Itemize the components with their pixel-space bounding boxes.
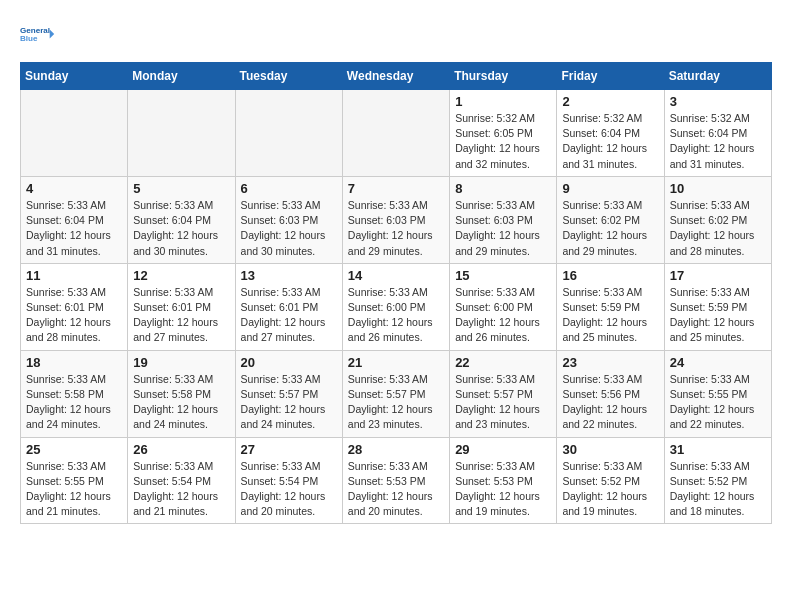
calendar-cell: 4Sunrise: 5:33 AM Sunset: 6:04 PM Daylig… — [21, 176, 128, 263]
day-number: 26 — [133, 442, 229, 457]
day-number: 29 — [455, 442, 551, 457]
day-info: Sunrise: 5:33 AM Sunset: 5:58 PM Dayligh… — [133, 372, 229, 433]
day-number: 10 — [670, 181, 766, 196]
calendar-cell: 6Sunrise: 5:33 AM Sunset: 6:03 PM Daylig… — [235, 176, 342, 263]
day-info: Sunrise: 5:33 AM Sunset: 6:04 PM Dayligh… — [26, 198, 122, 259]
calendar-cell: 14Sunrise: 5:33 AM Sunset: 6:00 PM Dayli… — [342, 263, 449, 350]
day-info: Sunrise: 5:33 AM Sunset: 5:59 PM Dayligh… — [670, 285, 766, 346]
day-info: Sunrise: 5:33 AM Sunset: 5:57 PM Dayligh… — [455, 372, 551, 433]
day-number: 13 — [241, 268, 337, 283]
day-number: 30 — [562, 442, 658, 457]
day-info: Sunrise: 5:32 AM Sunset: 6:04 PM Dayligh… — [562, 111, 658, 172]
day-info: Sunrise: 5:32 AM Sunset: 6:04 PM Dayligh… — [670, 111, 766, 172]
calendar-cell: 28Sunrise: 5:33 AM Sunset: 5:53 PM Dayli… — [342, 437, 449, 524]
calendar-cell — [128, 90, 235, 177]
day-number: 4 — [26, 181, 122, 196]
day-info: Sunrise: 5:33 AM Sunset: 5:54 PM Dayligh… — [133, 459, 229, 520]
day-number: 3 — [670, 94, 766, 109]
calendar-cell: 19Sunrise: 5:33 AM Sunset: 5:58 PM Dayli… — [128, 350, 235, 437]
day-number: 15 — [455, 268, 551, 283]
calendar-cell: 1Sunrise: 5:32 AM Sunset: 6:05 PM Daylig… — [450, 90, 557, 177]
header-thursday: Thursday — [450, 63, 557, 90]
day-info: Sunrise: 5:33 AM Sunset: 5:57 PM Dayligh… — [348, 372, 444, 433]
calendar-week-1: 1Sunrise: 5:32 AM Sunset: 6:05 PM Daylig… — [21, 90, 772, 177]
day-number: 23 — [562, 355, 658, 370]
day-info: Sunrise: 5:33 AM Sunset: 5:58 PM Dayligh… — [26, 372, 122, 433]
calendar-cell — [235, 90, 342, 177]
header-sunday: Sunday — [21, 63, 128, 90]
calendar-week-3: 11Sunrise: 5:33 AM Sunset: 6:01 PM Dayli… — [21, 263, 772, 350]
svg-text:Blue: Blue — [20, 34, 38, 43]
day-info: Sunrise: 5:33 AM Sunset: 5:52 PM Dayligh… — [562, 459, 658, 520]
calendar-cell: 30Sunrise: 5:33 AM Sunset: 5:52 PM Dayli… — [557, 437, 664, 524]
day-number: 5 — [133, 181, 229, 196]
day-number: 11 — [26, 268, 122, 283]
day-number: 20 — [241, 355, 337, 370]
day-info: Sunrise: 5:33 AM Sunset: 5:57 PM Dayligh… — [241, 372, 337, 433]
day-number: 8 — [455, 181, 551, 196]
calendar-week-5: 25Sunrise: 5:33 AM Sunset: 5:55 PM Dayli… — [21, 437, 772, 524]
day-number: 9 — [562, 181, 658, 196]
logo-svg: GeneralBlue — [20, 16, 56, 52]
day-number: 7 — [348, 181, 444, 196]
day-number: 6 — [241, 181, 337, 196]
calendar-table: SundayMondayTuesdayWednesdayThursdayFrid… — [20, 62, 772, 524]
day-number: 19 — [133, 355, 229, 370]
day-info: Sunrise: 5:33 AM Sunset: 5:59 PM Dayligh… — [562, 285, 658, 346]
day-info: Sunrise: 5:33 AM Sunset: 5:54 PM Dayligh… — [241, 459, 337, 520]
calendar-cell: 3Sunrise: 5:32 AM Sunset: 6:04 PM Daylig… — [664, 90, 771, 177]
day-number: 22 — [455, 355, 551, 370]
day-info: Sunrise: 5:33 AM Sunset: 5:55 PM Dayligh… — [26, 459, 122, 520]
calendar-cell: 16Sunrise: 5:33 AM Sunset: 5:59 PM Dayli… — [557, 263, 664, 350]
header-friday: Friday — [557, 63, 664, 90]
day-info: Sunrise: 5:33 AM Sunset: 6:00 PM Dayligh… — [455, 285, 551, 346]
day-info: Sunrise: 5:33 AM Sunset: 6:03 PM Dayligh… — [455, 198, 551, 259]
header-tuesday: Tuesday — [235, 63, 342, 90]
day-info: Sunrise: 5:33 AM Sunset: 5:53 PM Dayligh… — [455, 459, 551, 520]
day-info: Sunrise: 5:33 AM Sunset: 6:01 PM Dayligh… — [241, 285, 337, 346]
calendar-cell: 12Sunrise: 5:33 AM Sunset: 6:01 PM Dayli… — [128, 263, 235, 350]
day-info: Sunrise: 5:33 AM Sunset: 5:53 PM Dayligh… — [348, 459, 444, 520]
day-number: 14 — [348, 268, 444, 283]
day-info: Sunrise: 5:33 AM Sunset: 5:55 PM Dayligh… — [670, 372, 766, 433]
calendar-cell: 17Sunrise: 5:33 AM Sunset: 5:59 PM Dayli… — [664, 263, 771, 350]
day-info: Sunrise: 5:33 AM Sunset: 6:03 PM Dayligh… — [241, 198, 337, 259]
page: GeneralBlue SundayMondayTuesdayWednesday… — [0, 0, 792, 540]
calendar-cell: 21Sunrise: 5:33 AM Sunset: 5:57 PM Dayli… — [342, 350, 449, 437]
day-number: 21 — [348, 355, 444, 370]
day-number: 25 — [26, 442, 122, 457]
calendar-header-row: SundayMondayTuesdayWednesdayThursdayFrid… — [21, 63, 772, 90]
calendar-cell: 10Sunrise: 5:33 AM Sunset: 6:02 PM Dayli… — [664, 176, 771, 263]
day-info: Sunrise: 5:33 AM Sunset: 6:00 PM Dayligh… — [348, 285, 444, 346]
day-number: 12 — [133, 268, 229, 283]
day-number: 18 — [26, 355, 122, 370]
day-info: Sunrise: 5:33 AM Sunset: 6:02 PM Dayligh… — [670, 198, 766, 259]
day-number: 31 — [670, 442, 766, 457]
day-info: Sunrise: 5:33 AM Sunset: 6:03 PM Dayligh… — [348, 198, 444, 259]
calendar-cell: 5Sunrise: 5:33 AM Sunset: 6:04 PM Daylig… — [128, 176, 235, 263]
calendar-cell: 29Sunrise: 5:33 AM Sunset: 5:53 PM Dayli… — [450, 437, 557, 524]
svg-text:General: General — [20, 26, 50, 35]
calendar-week-4: 18Sunrise: 5:33 AM Sunset: 5:58 PM Dayli… — [21, 350, 772, 437]
calendar-cell: 11Sunrise: 5:33 AM Sunset: 6:01 PM Dayli… — [21, 263, 128, 350]
day-info: Sunrise: 5:33 AM Sunset: 6:01 PM Dayligh… — [26, 285, 122, 346]
day-info: Sunrise: 5:33 AM Sunset: 6:01 PM Dayligh… — [133, 285, 229, 346]
day-info: Sunrise: 5:32 AM Sunset: 6:05 PM Dayligh… — [455, 111, 551, 172]
day-info: Sunrise: 5:33 AM Sunset: 6:04 PM Dayligh… — [133, 198, 229, 259]
day-info: Sunrise: 5:33 AM Sunset: 6:02 PM Dayligh… — [562, 198, 658, 259]
calendar-week-2: 4Sunrise: 5:33 AM Sunset: 6:04 PM Daylig… — [21, 176, 772, 263]
header: GeneralBlue — [20, 16, 772, 52]
calendar-cell: 8Sunrise: 5:33 AM Sunset: 6:03 PM Daylig… — [450, 176, 557, 263]
day-info: Sunrise: 5:33 AM Sunset: 5:52 PM Dayligh… — [670, 459, 766, 520]
calendar-cell: 27Sunrise: 5:33 AM Sunset: 5:54 PM Dayli… — [235, 437, 342, 524]
calendar-cell: 31Sunrise: 5:33 AM Sunset: 5:52 PM Dayli… — [664, 437, 771, 524]
day-number: 27 — [241, 442, 337, 457]
day-number: 1 — [455, 94, 551, 109]
calendar-cell: 20Sunrise: 5:33 AM Sunset: 5:57 PM Dayli… — [235, 350, 342, 437]
calendar-cell: 26Sunrise: 5:33 AM Sunset: 5:54 PM Dayli… — [128, 437, 235, 524]
calendar-cell: 24Sunrise: 5:33 AM Sunset: 5:55 PM Dayli… — [664, 350, 771, 437]
calendar-cell: 15Sunrise: 5:33 AM Sunset: 6:00 PM Dayli… — [450, 263, 557, 350]
calendar-cell: 9Sunrise: 5:33 AM Sunset: 6:02 PM Daylig… — [557, 176, 664, 263]
header-monday: Monday — [128, 63, 235, 90]
day-number: 2 — [562, 94, 658, 109]
